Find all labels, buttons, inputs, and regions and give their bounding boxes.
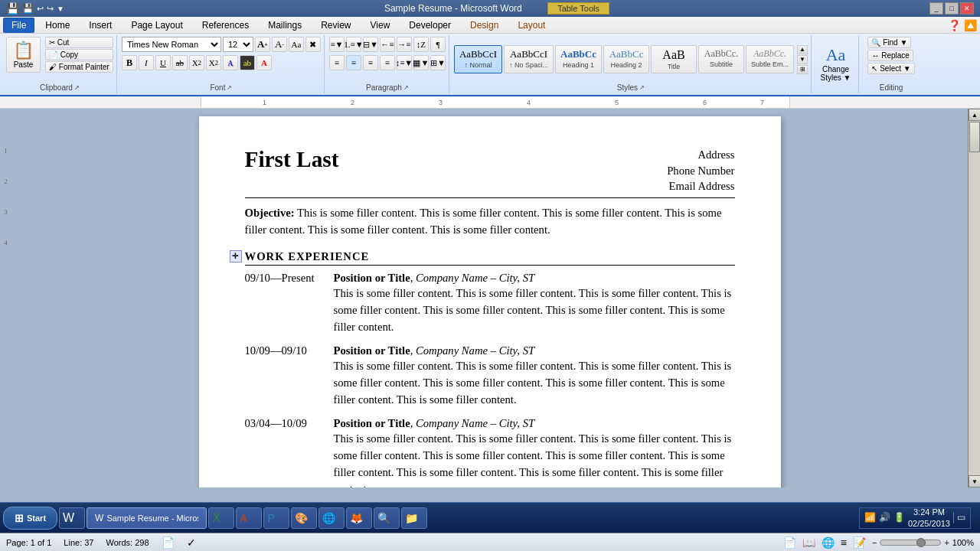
network-icon[interactable]: 📶 <box>864 512 876 523</box>
taskbar-chrome-icon[interactable]: 🌐 <box>318 507 345 529</box>
maximize-button[interactable]: □ <box>945 2 959 15</box>
start-button[interactable]: ⊞ Start <box>3 507 57 530</box>
shading-button[interactable]: ▦▼ <box>413 55 429 70</box>
show-desktop-button[interactable]: ▭ <box>953 512 965 523</box>
superscript-button[interactable]: X2 <box>206 55 221 70</box>
bold-button[interactable]: B <box>122 55 137 70</box>
track-changes-icon[interactable]: 📄 <box>162 536 175 549</box>
line-spacing-button[interactable]: ↕≡▼ <box>397 55 412 70</box>
document[interactable]: First Last Address Phone Number Email Ad… <box>199 116 781 487</box>
grow-font-button[interactable]: A+ <box>255 37 270 52</box>
tab-references[interactable]: References <box>194 18 257 32</box>
change-styles-button[interactable]: Aa ChangeStyles ▼ <box>821 45 851 82</box>
view-web-icon[interactable]: 🌐 <box>822 536 835 549</box>
clipboard-expand-icon[interactable]: ↗ <box>74 84 80 91</box>
contact-phone[interactable]: Phone Number <box>667 163 734 179</box>
taskbar-word-icon[interactable]: W <box>59 507 85 529</box>
underline-button[interactable]: U <box>155 55 171 70</box>
view-reading-icon[interactable]: 📖 <box>802 536 815 549</box>
section-move-button[interactable]: ✛ <box>230 250 242 262</box>
tab-view[interactable]: View <box>362 18 399 32</box>
view-outline-icon[interactable]: ≡ <box>841 536 847 549</box>
taskbar-paint-icon[interactable]: 🎨 <box>291 507 317 529</box>
highlight-button[interactable]: ab <box>240 55 255 70</box>
taskbar-files-icon[interactable]: 📁 <box>401 507 427 529</box>
style-title[interactable]: AaB Title <box>651 45 697 73</box>
tab-layout[interactable]: Layout <box>509 18 554 32</box>
show-formatting-button[interactable]: ¶ <box>430 37 446 52</box>
undo-quick-btn[interactable]: ↩ <box>37 4 44 14</box>
align-center-button[interactable]: ≡ <box>346 55 361 70</box>
copy-button[interactable]: 📄 Copy <box>45 49 113 60</box>
style-heading2[interactable]: AaBbCc Heading 2 <box>603 45 649 73</box>
work-desc-1[interactable]: This is some filler content. This is som… <box>334 285 735 335</box>
tab-review[interactable]: Review <box>312 18 359 32</box>
font-color-button[interactable]: A <box>256 55 272 70</box>
text-effects-button[interactable]: A <box>223 55 238 70</box>
save-quick-btn[interactable]: 💾 <box>22 3 34 14</box>
work-title-1[interactable]: Position or Title <box>334 272 410 284</box>
italic-button[interactable]: I <box>139 55 154 70</box>
tab-pagelayout[interactable]: Page Layout <box>122 18 191 32</box>
tab-design[interactable]: Design <box>462 18 507 32</box>
zoom-thumb[interactable] <box>916 538 926 547</box>
clear-format-button[interactable]: ✖ <box>305 37 321 52</box>
font-name-select[interactable]: Times New Roman <box>122 37 221 52</box>
decrease-indent-button[interactable]: ←≡ <box>380 37 395 52</box>
replace-button[interactable]: ↔ Replace <box>867 50 913 61</box>
taskbar-access-icon[interactable]: A <box>236 507 262 529</box>
tab-file[interactable]: File <box>3 18 34 33</box>
tab-mailings[interactable]: Mailings <box>260 18 310 32</box>
paragraph-expand-icon[interactable]: ↗ <box>403 84 409 91</box>
objective-text[interactable]: This is some filler content. This is som… <box>245 207 722 236</box>
review-icon[interactable]: ✓ <box>187 536 196 549</box>
style-normal[interactable]: AaBbCcI ↑ Normal <box>454 45 502 73</box>
work-desc-3[interactable]: This is some filler content. This is som… <box>334 430 735 487</box>
taskbar-excel-icon[interactable]: X <box>208 507 234 529</box>
styles-scroll-up[interactable]: ▲ <box>797 45 808 54</box>
style-nospace[interactable]: AaBbCcI ↑ No Spaci... <box>504 45 554 73</box>
bullets-button[interactable]: ≡▼ <box>329 37 345 52</box>
increase-indent-button[interactable]: →≡ <box>397 37 412 52</box>
align-left-button[interactable]: ≡ <box>329 55 345 70</box>
doc-name[interactable]: First Last <box>245 147 339 172</box>
styles-expand-icon[interactable]: ↗ <box>639 84 645 91</box>
volume-icon[interactable]: 🔊 <box>879 512 890 523</box>
font-size-select[interactable]: 12 <box>223 37 253 52</box>
tab-home[interactable]: Home <box>37 18 78 32</box>
contact-address[interactable]: Address <box>667 147 734 163</box>
system-clock[interactable]: 3:24 PM 02/25/2013 <box>908 507 950 529</box>
quick-dropdown[interactable]: ▼ <box>57 5 64 13</box>
change-case-button[interactable]: Aa <box>289 37 304 52</box>
taskbar-publisher-icon[interactable]: P <box>263 507 289 529</box>
font-expand-icon[interactable]: ↗ <box>227 84 232 91</box>
contact-email[interactable]: Email Address <box>667 178 734 194</box>
work-title-3[interactable]: Position or Title <box>334 417 410 429</box>
work-title-2[interactable]: Position or Title <box>334 344 410 357</box>
scroll-down-button[interactable]: ▼ <box>969 475 980 487</box>
help-icon[interactable]: ❓ <box>948 19 961 31</box>
view-draft-icon[interactable]: 📝 <box>853 536 866 549</box>
zoom-out-button[interactable]: − <box>872 538 877 547</box>
strikethrough-button[interactable]: ab <box>172 55 188 70</box>
redo-quick-btn[interactable]: ↪ <box>47 4 54 14</box>
style-heading1[interactable]: AaBbCc Heading 1 <box>555 45 602 73</box>
taskbar-firefox-icon[interactable]: 🦊 <box>346 507 372 529</box>
style-subtitle[interactable]: AaBbCc. Subtitle <box>698 45 744 73</box>
multilevel-button[interactable]: ⊟▼ <box>363 37 378 52</box>
tab-insert[interactable]: Insert <box>80 18 120 32</box>
minimize-button[interactable]: _ <box>929 2 943 15</box>
sort-button[interactable]: ↕Z <box>413 37 429 52</box>
work-desc-2[interactable]: This is some filler content. This is som… <box>334 357 735 408</box>
borders-button[interactable]: ⊞▼ <box>430 55 446 70</box>
justify-button[interactable]: ≡ <box>380 55 395 70</box>
scroll-thumb[interactable] <box>969 122 980 152</box>
battery-icon[interactable]: 🔋 <box>893 512 905 523</box>
scroll-track[interactable] <box>969 121 980 475</box>
view-normal-icon[interactable]: 📄 <box>783 536 796 549</box>
paste-button[interactable]: 📋 Paste <box>6 37 41 73</box>
tab-developer[interactable]: Developer <box>400 18 459 32</box>
close-button[interactable]: ✕ <box>960 2 974 15</box>
zoom-slider[interactable] <box>880 540 941 546</box>
taskbar-word-button[interactable]: W Sample Resume - Microsoft Word <box>87 507 207 529</box>
